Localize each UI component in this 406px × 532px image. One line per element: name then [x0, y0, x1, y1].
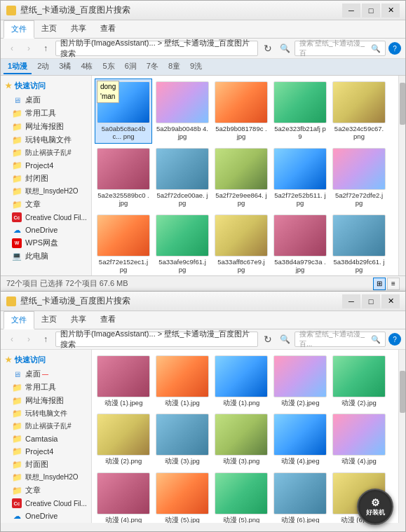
scrollbar-1[interactable] — [398, 76, 405, 275]
sidebar-item-camtasia-2[interactable]: 📁 Camtasia — [1, 432, 91, 445]
file-item-w2-8[interactable]: 动漫 (4).jpeg — [271, 411, 329, 468]
refresh-button-2[interactable]: ↻ — [261, 332, 275, 346]
sidebar-item-onedrive-2[interactable]: ☁ OneDrive — [1, 510, 91, 522]
num-tab-3-1[interactable]: 3橘 — [55, 60, 75, 74]
maximize-button-1[interactable]: □ — [362, 4, 380, 18]
file-item-4[interactable]: 5a2e324c59c67. png — [330, 79, 388, 144]
ribbon-tab-view-2[interactable]: 查看 — [93, 311, 123, 329]
maximize-button-2[interactable]: □ — [362, 294, 380, 308]
sidebar-item-cc-2[interactable]: Cc Creative Cloud Fil... — [1, 497, 91, 510]
search-box-1[interactable]: 搜索'壁纸_卡通动漫_百 🔍 — [295, 41, 386, 56]
file-item-7[interactable]: 5a2f72e9ee864. jpg — [212, 145, 270, 210]
sidebar-item-desktop-2[interactable]: 🖥 桌面 — — [1, 367, 91, 381]
sidebar-quickaccess-2[interactable]: ★ 快速访问 — [1, 353, 91, 367]
file-item-w2-3[interactable]: 动漫 (2).jpeg — [271, 353, 329, 409]
scrollbar-thumb-2[interactable] — [400, 371, 405, 413]
file-item-2[interactable]: 5a2b9b081789c .jpg — [212, 79, 270, 144]
grid-view-btn-1[interactable]: ⊞ — [373, 278, 386, 290]
ribbon-tab-share-2[interactable]: 共享 — [64, 311, 93, 329]
sidebar-item-cc-1[interactable]: Cc Creative Cloud Fil... — [1, 211, 91, 224]
sidebar-item-cover-2[interactable]: 📁 封面图 — [1, 458, 91, 471]
list-view-btn-1[interactable]: ≡ — [387, 278, 400, 290]
num-tab-9-1[interactable]: 9洗 — [186, 60, 206, 74]
file-item-w2-12[interactable]: 动漫 (5).png — [212, 470, 270, 523]
file-item-0[interactable]: 5a0ab5c8ac4bc... pngdong'man — [95, 79, 152, 144]
file-item-1[interactable]: 5a2b9ab0048b 4.jpg — [154, 79, 211, 144]
back-button-1[interactable]: ‹ — [5, 41, 19, 55]
forward-button-2[interactable]: › — [22, 332, 36, 346]
sidebar-item-onedrive-1[interactable]: ☁ OneDrive — [1, 224, 91, 236]
sidebar-item-protect-2[interactable]: 📁 防止祸孩子乱# — [1, 420, 91, 432]
file-item-w2-5[interactable]: 动漫 (2).png — [95, 411, 152, 468]
close-button-1[interactable]: ✕ — [381, 4, 400, 18]
ribbon-tab-file-2[interactable]: 文件 — [4, 311, 34, 329]
ribbon-tab-home-2[interactable]: 主页 — [34, 311, 64, 329]
minimize-button-1[interactable]: ─ — [342, 4, 360, 18]
address-path-1[interactable]: 图片助手(ImageAssistant)... > 壁纸_卡通动漫_百度图片搜索 — [55, 41, 258, 56]
sidebar-item-poster-1[interactable]: 📁 网址海报图 — [1, 120, 91, 133]
search-box-2[interactable]: 搜索'壁纸_卡通动漫_百... 🔍 — [295, 332, 386, 347]
close-button-2[interactable]: ✕ — [381, 294, 400, 308]
sidebar-quickaccess-1[interactable]: ★ 快速访问 — [1, 79, 91, 93]
refresh-button-1[interactable]: ↻ — [261, 41, 275, 55]
file-item-w2-1[interactable]: 动漫 (1).jpg — [154, 353, 211, 409]
minimize-button-2[interactable]: ─ — [342, 294, 360, 308]
scrollbar-thumb-1[interactable] — [400, 83, 405, 125]
scrollbar-2[interactable] — [398, 350, 405, 523]
ribbon-tab-file-1[interactable]: 文件 — [4, 20, 34, 39]
sidebar-item-thispc-1[interactable]: 💻 此电脑 — [1, 250, 91, 263]
file-item-w2-11[interactable]: 动漫 (5).jpg — [154, 470, 211, 523]
up-button-1[interactable]: ↑ — [39, 41, 53, 55]
file-item-w2-7[interactable]: 动漫 (3).png — [212, 411, 270, 468]
file-item-8[interactable]: 5a2f72e52b511. jpg — [271, 145, 329, 210]
sidebar-item-desktop-1[interactable]: 🖥 桌面 — [1, 93, 91, 107]
num-tab-6-1[interactable]: 6洞 — [121, 60, 141, 74]
sidebar-item-tools-2[interactable]: 📁 常用工具 — [1, 381, 91, 394]
sidebar-item-article-1[interactable]: 📁 文章 — [1, 198, 91, 211]
address-path-2[interactable]: 图片助手(ImageAssistant)... > 壁纸_卡通动漫_百度图片搜索 — [55, 332, 258, 347]
sidebar-item-wps-1[interactable]: W WPS网盘 — [1, 236, 91, 250]
file-item-12[interactable]: 5a33aff8c67e9.j pg — [212, 212, 270, 275]
sidebar-item-insyde-2[interactable]: 📁 联想_InsydeH2O — [1, 471, 91, 484]
file-item-w2-2[interactable]: 动漫 (1).png — [212, 353, 270, 409]
back-button-2[interactable]: ‹ — [5, 332, 19, 346]
file-item-14[interactable]: 5a38d4b29fc61. jpg — [330, 212, 388, 275]
file-item-5[interactable]: 5a2e325589bc0 .jpg — [95, 145, 152, 210]
file-item-13[interactable]: 5a38d4a979c3a .jpg — [271, 212, 329, 275]
sidebar-item-poster-2[interactable]: 📁 网址海报图 — [1, 394, 91, 407]
sidebar-item-project4-1[interactable]: 📁 Project4 — [1, 159, 91, 172]
sidebar-item-article-2[interactable]: 📁 文章 — [1, 484, 91, 497]
sidebar-item-pc-2[interactable]: 📁 玩转电脑文件 — [1, 407, 91, 420]
sidebar-item-project4-2[interactable]: 📁 Project4 — [1, 445, 91, 458]
sidebar-item-cover-1[interactable]: 📁 封闭图 — [1, 172, 91, 185]
ribbon-tab-view-1[interactable]: 查看 — [93, 20, 123, 38]
file-item-11[interactable]: 5a33afe9c9f61.j pg — [154, 212, 211, 275]
info-button-2[interactable]: ? — [388, 333, 401, 346]
sidebar-item-insyde-1[interactable]: 📁 联想_InsydeH2O — [1, 185, 91, 198]
file-item-w2-9[interactable]: 动漫 (4).jpg — [330, 411, 388, 468]
cc-icon-1: Cc — [12, 212, 22, 222]
num-tab-7-1[interactable]: 7冬 — [142, 60, 163, 74]
file-item-w2-0[interactable]: 动漫 (1).jpeg — [95, 353, 152, 409]
num-tab-2-1[interactable]: 2动 — [33, 60, 53, 74]
up-button-2[interactable]: ↑ — [39, 332, 53, 346]
sidebar-item-tools-1[interactable]: 📁 常用工具 — [1, 107, 91, 120]
num-tab-8-1[interactable]: 8童 — [164, 60, 184, 74]
file-item-w2-4[interactable]: 动漫 (2).jpg — [330, 353, 388, 409]
file-item-w2-13[interactable]: 动漫 (6).jpeg — [271, 470, 329, 523]
num-tab-5-1[interactable]: 5东 — [99, 60, 119, 74]
ribbon-tab-home-1[interactable]: 主页 — [34, 20, 64, 38]
file-item-w2-6[interactable]: 动漫 (3).jpg — [154, 411, 211, 468]
info-button-1[interactable]: ? — [388, 42, 401, 55]
file-item-10[interactable]: 5a2f72e152ec1.j pg — [95, 212, 152, 275]
sidebar-item-pc-1[interactable]: 📁 玩转电脑文件 — [1, 133, 91, 146]
num-tab-1-1[interactable]: 1动漫 — [4, 60, 32, 74]
file-item-9[interactable]: 5a2f72e72dfe2.j pg — [330, 145, 388, 210]
ribbon-tab-share-1[interactable]: 共享 — [64, 20, 93, 38]
file-item-3[interactable]: 5a2e323fb21afj p9 — [271, 79, 329, 144]
sidebar-item-protect-1[interactable]: 📁 防止祸孩子乱# — [1, 146, 91, 159]
file-item-6[interactable]: 5a2f72dce00ae. jpg — [154, 145, 211, 210]
forward-button-1[interactable]: › — [22, 41, 36, 55]
file-item-w2-10[interactable]: 动漫 (4).png — [95, 470, 152, 523]
num-tab-4-1[interactable]: 4栋 — [76, 60, 97, 74]
